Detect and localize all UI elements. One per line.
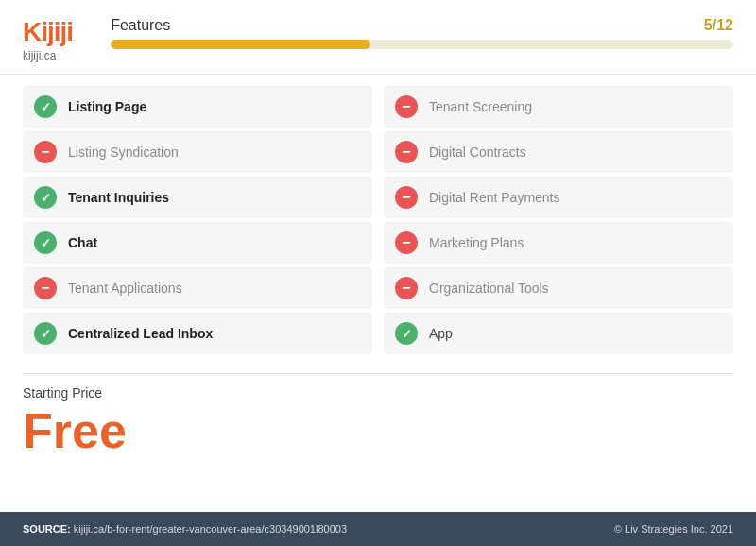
- minus-icon-digital-rent-payments: [395, 186, 418, 209]
- feature-name-tenant-applications: Tenant Applications: [68, 281, 182, 296]
- check-icon-chat: [34, 231, 57, 254]
- feature-listing-page: Listing Page: [23, 86, 372, 128]
- pricing-section: Starting Price Free: [23, 385, 733, 466]
- minus-icon-organizational-tools: [395, 277, 418, 299]
- price-value: Free: [23, 404, 733, 458]
- logo-area: Kijiji kijiji.ca: [23, 17, 73, 62]
- feature-chat: Chat: [23, 222, 372, 264]
- check-icon-centralized-lead-inbox: [34, 322, 57, 345]
- starting-price-label: Starting Price: [23, 385, 733, 401]
- feature-tenant-screening: Tenant Screening: [384, 86, 733, 128]
- features-label: Features: [111, 17, 170, 34]
- minus-icon-tenant-screening: [395, 95, 418, 118]
- feature-app: App: [384, 313, 733, 354]
- feature-marketing-plans: Marketing Plans: [384, 222, 733, 264]
- minus-icon-tenant-applications: [34, 277, 57, 299]
- feature-tenant-inquiries: Tenant Inquiries: [23, 177, 372, 218]
- feature-name-digital-contracts: Digital Contracts: [429, 145, 526, 160]
- progress-bar-background: [111, 40, 733, 49]
- feature-name-listing-page: Listing Page: [68, 99, 146, 114]
- check-icon-listing-page: [34, 95, 57, 118]
- minus-icon-marketing-plans: [395, 231, 418, 254]
- features-grid: Listing Page Tenant Screening Listing Sy…: [23, 86, 733, 354]
- features-header: Features 5/12: [111, 17, 733, 34]
- feature-name-centralized-lead-inbox: Centralized Lead Inbox: [68, 326, 213, 341]
- footer: SOURCE: kijiji.ca/b-for-rent/greater-van…: [0, 512, 756, 546]
- feature-name-chat: Chat: [68, 235, 97, 250]
- feature-name-app: App: [429, 326, 453, 341]
- feature-tenant-applications: Tenant Applications: [23, 267, 372, 309]
- feature-listing-syndication: Listing Syndication: [23, 131, 372, 173]
- check-icon-tenant-inquiries: [34, 186, 57, 209]
- main-content: Listing Page Tenant Screening Listing Sy…: [0, 75, 756, 512]
- features-count: 5/12: [704, 17, 733, 34]
- source-label: SOURCE:: [23, 523, 71, 535]
- source-url: kijiji.ca/b-for-rent/greater-vancouver-a…: [74, 523, 347, 535]
- feature-centralized-lead-inbox: Centralized Lead Inbox: [23, 313, 372, 354]
- logo: Kijiji: [23, 17, 73, 47]
- minus-icon-digital-contracts: [395, 141, 418, 163]
- features-section: Features 5/12: [111, 17, 733, 49]
- check-icon-app: [395, 322, 418, 345]
- divider: [23, 373, 733, 374]
- feature-name-tenant-screening: Tenant Screening: [429, 99, 532, 114]
- feature-digital-contracts: Digital Contracts: [384, 131, 733, 173]
- feature-name-listing-syndication: Listing Syndication: [68, 145, 179, 160]
- header: Kijiji kijiji.ca Features 5/12: [0, 0, 756, 75]
- feature-name-organizational-tools: Organizational Tools: [429, 281, 549, 296]
- logo-domain: kijiji.ca: [23, 49, 73, 62]
- progress-bar-fill: [111, 40, 370, 49]
- footer-source: SOURCE: kijiji.ca/b-for-rent/greater-van…: [23, 523, 347, 535]
- feature-name-marketing-plans: Marketing Plans: [429, 235, 524, 250]
- feature-name-digital-rent-payments: Digital Rent Payments: [429, 190, 560, 205]
- feature-name-tenant-inquiries: Tenant Inquiries: [68, 190, 169, 205]
- footer-copyright: © Liv Strategies Inc. 2021: [614, 523, 733, 535]
- minus-icon-listing-syndication: [34, 141, 57, 163]
- feature-digital-rent-payments: Digital Rent Payments: [384, 177, 733, 218]
- feature-organizational-tools: Organizational Tools: [384, 267, 733, 309]
